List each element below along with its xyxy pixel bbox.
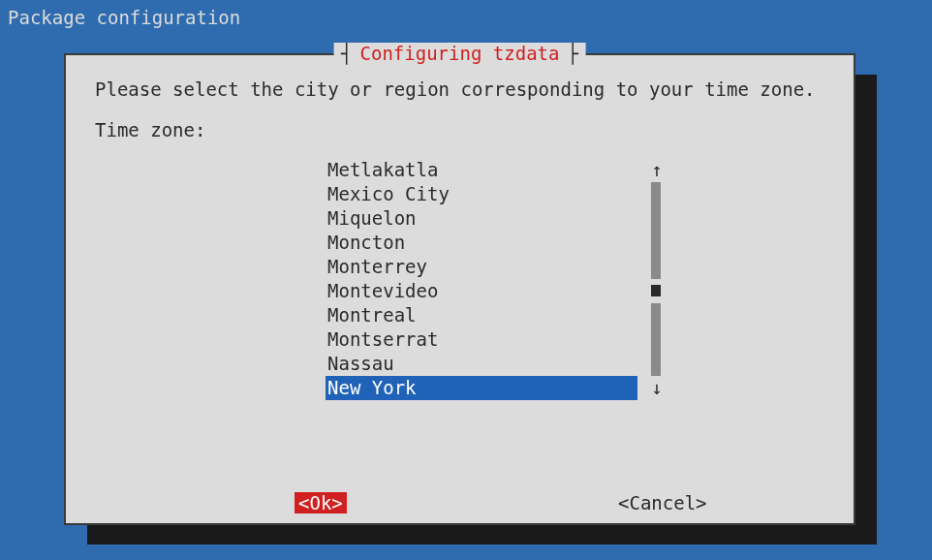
prompt-text: Please select the city or region corresp… bbox=[95, 78, 824, 100]
page-title: Package configuration bbox=[0, 0, 932, 35]
title-decoration-left: ┤ bbox=[341, 43, 352, 64]
scrollbar[interactable]: ↑ ↓ bbox=[647, 158, 667, 182]
dialog-box: ┤Configuring tzdata├ Please select the c… bbox=[64, 53, 855, 525]
field-label: Time zone: bbox=[95, 119, 824, 140]
list-item[interactable]: Moncton bbox=[326, 231, 676, 255]
list-item[interactable]: Montreal bbox=[326, 303, 676, 327]
list-item[interactable]: Mexico City bbox=[326, 182, 676, 206]
list-item-selected[interactable]: New York bbox=[326, 376, 637, 400]
dialog-title-container: ┤Configuring tzdata├ bbox=[333, 43, 586, 64]
dialog-title: Configuring tzdata bbox=[353, 43, 568, 64]
list-item[interactable]: Metlakatla bbox=[326, 158, 676, 182]
list-item[interactable]: Montserrat bbox=[326, 327, 676, 352]
scroll-up-icon[interactable]: ↑ bbox=[647, 158, 667, 182]
list-item[interactable]: Nassau bbox=[326, 352, 676, 376]
dialog-content: Please select the city or region corresp… bbox=[66, 55, 854, 400]
scrollbar-thumb[interactable] bbox=[651, 285, 661, 296]
scrollbar-track[interactable] bbox=[651, 303, 661, 376]
cancel-button[interactable]: <Cancel> bbox=[618, 492, 707, 513]
timezone-list[interactable]: Metlakatla Mexico City Miquelon Moncton … bbox=[326, 158, 676, 400]
list-item[interactable]: Miquelon bbox=[326, 206, 676, 231]
title-decoration-right: ├ bbox=[567, 43, 577, 64]
scrollbar-track[interactable] bbox=[651, 182, 661, 279]
scroll-down-icon[interactable]: ↓ bbox=[647, 376, 667, 400]
list-item[interactable]: Monterrey bbox=[326, 255, 676, 279]
ok-button[interactable]: <Ok> bbox=[295, 492, 347, 513]
list-item[interactable]: Montevideo bbox=[326, 279, 676, 303]
